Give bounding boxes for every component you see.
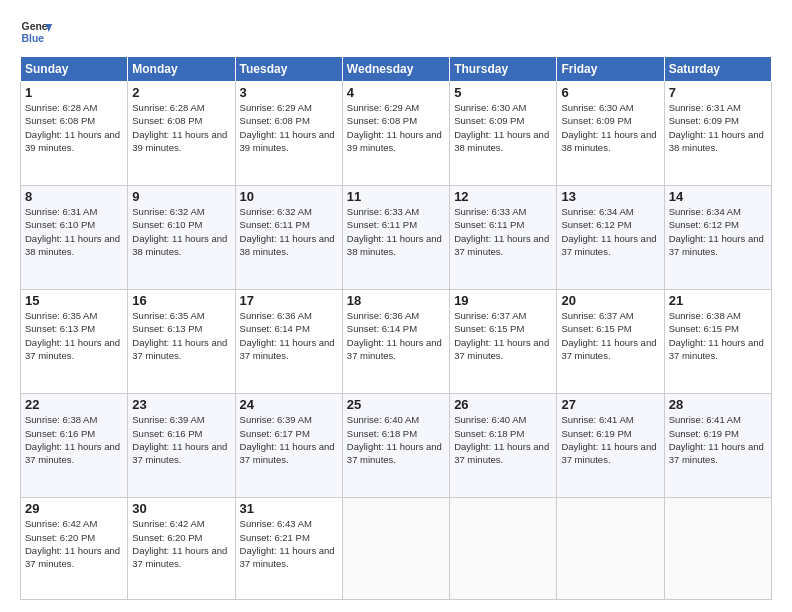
calendar-day-cell: 13 Sunrise: 6:34 AM Sunset: 6:12 PM Dayl…: [557, 186, 664, 290]
calendar-day-cell: 3 Sunrise: 6:29 AM Sunset: 6:08 PM Dayli…: [235, 82, 342, 186]
day-number: 31: [240, 501, 338, 516]
day-info: Sunrise: 6:32 AM Sunset: 6:10 PM Dayligh…: [132, 205, 230, 258]
day-info: Sunrise: 6:35 AM Sunset: 6:13 PM Dayligh…: [25, 309, 123, 362]
day-number: 7: [669, 85, 767, 100]
weekday-header-cell: Tuesday: [235, 57, 342, 82]
weekday-header-cell: Friday: [557, 57, 664, 82]
day-number: 30: [132, 501, 230, 516]
day-info: Sunrise: 6:41 AM Sunset: 6:19 PM Dayligh…: [669, 413, 767, 466]
day-info: Sunrise: 6:38 AM Sunset: 6:16 PM Dayligh…: [25, 413, 123, 466]
day-info: Sunrise: 6:42 AM Sunset: 6:20 PM Dayligh…: [132, 517, 230, 570]
calendar-day-cell: 6 Sunrise: 6:30 AM Sunset: 6:09 PM Dayli…: [557, 82, 664, 186]
calendar-day-cell: 20 Sunrise: 6:37 AM Sunset: 6:15 PM Dayl…: [557, 290, 664, 394]
day-number: 25: [347, 397, 445, 412]
weekday-header-cell: Thursday: [450, 57, 557, 82]
weekday-header-cell: Monday: [128, 57, 235, 82]
weekday-header-row: SundayMondayTuesdayWednesdayThursdayFrid…: [21, 57, 772, 82]
calendar-day-cell: 15 Sunrise: 6:35 AM Sunset: 6:13 PM Dayl…: [21, 290, 128, 394]
day-number: 16: [132, 293, 230, 308]
day-number: 10: [240, 189, 338, 204]
calendar-day-cell: 14 Sunrise: 6:34 AM Sunset: 6:12 PM Dayl…: [664, 186, 771, 290]
day-info: Sunrise: 6:36 AM Sunset: 6:14 PM Dayligh…: [347, 309, 445, 362]
day-number: 11: [347, 189, 445, 204]
day-info: Sunrise: 6:43 AM Sunset: 6:21 PM Dayligh…: [240, 517, 338, 570]
day-info: Sunrise: 6:34 AM Sunset: 6:12 PM Dayligh…: [561, 205, 659, 258]
weekday-header-cell: Saturday: [664, 57, 771, 82]
day-info: Sunrise: 6:37 AM Sunset: 6:15 PM Dayligh…: [561, 309, 659, 362]
day-number: 8: [25, 189, 123, 204]
day-info: Sunrise: 6:31 AM Sunset: 6:09 PM Dayligh…: [669, 101, 767, 154]
calendar-day-cell: 22 Sunrise: 6:38 AM Sunset: 6:16 PM Dayl…: [21, 394, 128, 498]
day-number: 9: [132, 189, 230, 204]
calendar-day-cell: 31 Sunrise: 6:43 AM Sunset: 6:21 PM Dayl…: [235, 498, 342, 600]
day-info: Sunrise: 6:28 AM Sunset: 6:08 PM Dayligh…: [25, 101, 123, 154]
calendar-day-cell: 8 Sunrise: 6:31 AM Sunset: 6:10 PM Dayli…: [21, 186, 128, 290]
day-number: 5: [454, 85, 552, 100]
calendar-day-cell: [342, 498, 449, 600]
calendar-day-cell: 5 Sunrise: 6:30 AM Sunset: 6:09 PM Dayli…: [450, 82, 557, 186]
calendar-day-cell: 28 Sunrise: 6:41 AM Sunset: 6:19 PM Dayl…: [664, 394, 771, 498]
weekday-header-cell: Sunday: [21, 57, 128, 82]
svg-text:Blue: Blue: [22, 33, 45, 44]
calendar-day-cell: 24 Sunrise: 6:39 AM Sunset: 6:17 PM Dayl…: [235, 394, 342, 498]
calendar-day-cell: 30 Sunrise: 6:42 AM Sunset: 6:20 PM Dayl…: [128, 498, 235, 600]
day-info: Sunrise: 6:29 AM Sunset: 6:08 PM Dayligh…: [240, 101, 338, 154]
calendar-day-cell: 25 Sunrise: 6:40 AM Sunset: 6:18 PM Dayl…: [342, 394, 449, 498]
calendar-day-cell: 1 Sunrise: 6:28 AM Sunset: 6:08 PM Dayli…: [21, 82, 128, 186]
day-number: 18: [347, 293, 445, 308]
day-number: 19: [454, 293, 552, 308]
calendar-day-cell: [557, 498, 664, 600]
day-number: 21: [669, 293, 767, 308]
day-number: 2: [132, 85, 230, 100]
calendar-day-cell: 18 Sunrise: 6:36 AM Sunset: 6:14 PM Dayl…: [342, 290, 449, 394]
day-number: 26: [454, 397, 552, 412]
calendar-week-row: 22 Sunrise: 6:38 AM Sunset: 6:16 PM Dayl…: [21, 394, 772, 498]
calendar-day-cell: 29 Sunrise: 6:42 AM Sunset: 6:20 PM Dayl…: [21, 498, 128, 600]
day-number: 12: [454, 189, 552, 204]
day-number: 24: [240, 397, 338, 412]
calendar-day-cell: 4 Sunrise: 6:29 AM Sunset: 6:08 PM Dayli…: [342, 82, 449, 186]
calendar-body: 1 Sunrise: 6:28 AM Sunset: 6:08 PM Dayli…: [21, 82, 772, 600]
calendar-day-cell: 23 Sunrise: 6:39 AM Sunset: 6:16 PM Dayl…: [128, 394, 235, 498]
day-info: Sunrise: 6:42 AM Sunset: 6:20 PM Dayligh…: [25, 517, 123, 570]
day-number: 22: [25, 397, 123, 412]
weekday-header-cell: Wednesday: [342, 57, 449, 82]
calendar-week-row: 1 Sunrise: 6:28 AM Sunset: 6:08 PM Dayli…: [21, 82, 772, 186]
day-info: Sunrise: 6:29 AM Sunset: 6:08 PM Dayligh…: [347, 101, 445, 154]
day-info: Sunrise: 6:30 AM Sunset: 6:09 PM Dayligh…: [454, 101, 552, 154]
calendar-week-row: 8 Sunrise: 6:31 AM Sunset: 6:10 PM Dayli…: [21, 186, 772, 290]
day-info: Sunrise: 6:35 AM Sunset: 6:13 PM Dayligh…: [132, 309, 230, 362]
day-number: 17: [240, 293, 338, 308]
day-info: Sunrise: 6:41 AM Sunset: 6:19 PM Dayligh…: [561, 413, 659, 466]
day-number: 6: [561, 85, 659, 100]
day-number: 1: [25, 85, 123, 100]
day-info: Sunrise: 6:28 AM Sunset: 6:08 PM Dayligh…: [132, 101, 230, 154]
day-number: 14: [669, 189, 767, 204]
calendar-table: SundayMondayTuesdayWednesdayThursdayFrid…: [20, 56, 772, 600]
calendar-day-cell: 9 Sunrise: 6:32 AM Sunset: 6:10 PM Dayli…: [128, 186, 235, 290]
day-number: 29: [25, 501, 123, 516]
logo-icon: General Blue: [20, 16, 52, 48]
calendar-day-cell: 12 Sunrise: 6:33 AM Sunset: 6:11 PM Dayl…: [450, 186, 557, 290]
calendar-week-row: 15 Sunrise: 6:35 AM Sunset: 6:13 PM Dayl…: [21, 290, 772, 394]
day-info: Sunrise: 6:34 AM Sunset: 6:12 PM Dayligh…: [669, 205, 767, 258]
day-number: 4: [347, 85, 445, 100]
day-info: Sunrise: 6:38 AM Sunset: 6:15 PM Dayligh…: [669, 309, 767, 362]
calendar-day-cell: [664, 498, 771, 600]
day-info: Sunrise: 6:32 AM Sunset: 6:11 PM Dayligh…: [240, 205, 338, 258]
logo: General Blue: [20, 16, 52, 48]
day-info: Sunrise: 6:40 AM Sunset: 6:18 PM Dayligh…: [347, 413, 445, 466]
calendar-day-cell: [450, 498, 557, 600]
day-info: Sunrise: 6:31 AM Sunset: 6:10 PM Dayligh…: [25, 205, 123, 258]
calendar-week-row: 29 Sunrise: 6:42 AM Sunset: 6:20 PM Dayl…: [21, 498, 772, 600]
day-info: Sunrise: 6:37 AM Sunset: 6:15 PM Dayligh…: [454, 309, 552, 362]
day-info: Sunrise: 6:30 AM Sunset: 6:09 PM Dayligh…: [561, 101, 659, 154]
day-number: 3: [240, 85, 338, 100]
calendar-day-cell: 26 Sunrise: 6:40 AM Sunset: 6:18 PM Dayl…: [450, 394, 557, 498]
day-number: 13: [561, 189, 659, 204]
calendar-day-cell: 11 Sunrise: 6:33 AM Sunset: 6:11 PM Dayl…: [342, 186, 449, 290]
day-info: Sunrise: 6:33 AM Sunset: 6:11 PM Dayligh…: [454, 205, 552, 258]
day-number: 28: [669, 397, 767, 412]
calendar-day-cell: 16 Sunrise: 6:35 AM Sunset: 6:13 PM Dayl…: [128, 290, 235, 394]
calendar-day-cell: 19 Sunrise: 6:37 AM Sunset: 6:15 PM Dayl…: [450, 290, 557, 394]
